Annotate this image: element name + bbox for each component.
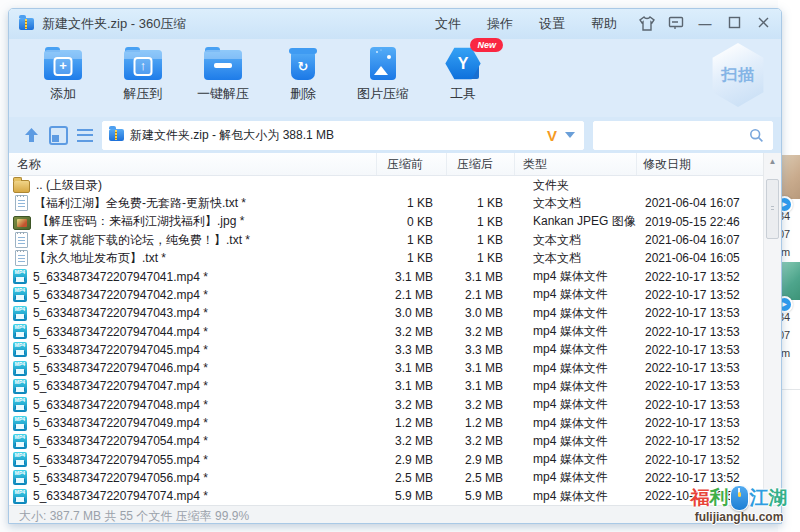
file-type: mp4 媒体文件 [515,469,637,486]
feedback-icon[interactable] [668,16,684,32]
column-header-name[interactable]: 名称 [9,153,377,175]
vertical-scrollbar[interactable]: ▲ ▼ [763,153,781,505]
mp4-file-icon: MP4 [13,416,27,431]
file-name: 【解压密码：来福利江湖找福利】.jpg * [37,213,244,230]
column-header-size-after[interactable]: 压缩后 [447,153,515,175]
size-before: 3.2 MB [377,398,447,412]
table-row[interactable]: MP45_6334873472207947045.mp4 *3.3 MB3.3 … [9,341,764,359]
file-date: 2022-10-17 13:52 [637,270,764,284]
view-mode-icon[interactable] [49,126,68,145]
file-name: 5_6334873472207947041.mp4 * [33,270,208,284]
chevron-down-icon[interactable] [565,132,575,138]
size-after: 3.3 MB [447,343,515,357]
archive-path-input[interactable]: 新建文件夹.zip - 解包大小为 388.1 MB V [102,121,584,150]
skin-theme-icon[interactable] [639,16,655,32]
archive-path-text: 新建文件夹.zip - 解包大小为 388.1 MB [130,127,547,144]
file-name: .. (上级目录) [36,177,102,194]
toolbar-button-folder-oneclick[interactable]: 一键解压 [193,43,253,103]
txt-file-icon [15,232,28,248]
table-row[interactable]: 【解压密码：来福利江湖找福利】.jpg *0 KB1 KBKankan JPEG… [9,213,764,231]
table-row[interactable]: MP45_6334873472207947043.mp4 *3.0 MB3.0 … [9,304,764,322]
search-input[interactable] [593,121,773,150]
toolbar-button-folder-extract[interactable]: ↑解压到 [113,43,173,103]
table-row[interactable]: .. (上级目录)文件夹 [9,176,764,194]
menu-item-1[interactable]: 操作 [487,15,513,33]
screenshot-canvas: ▶ 34 07 .m ▶ 34 07 .m 新建文件夹.zip - 360压缩 … [0,0,800,532]
scan-button[interactable]: 扫描 [707,43,769,107]
size-after: 3.0 MB [447,306,515,320]
toolbar-button-tools-cube[interactable]: Y工具New [433,43,493,103]
toolbar-button-folder-add[interactable]: +添加 [33,43,93,103]
file-date: 2022-10-17 13:52 [637,453,764,467]
column-header-size-before[interactable]: 压缩前 [377,153,447,175]
file-type: mp4 媒体文件 [515,433,637,450]
size-after: 1 KB [447,196,515,210]
size-before: 0 KB [377,215,447,229]
column-header-date[interactable]: 修改日期 [637,153,764,175]
table-row[interactable]: 【来了就能下载的论坛，纯免费！】.txt *1 KB1 KB文本文档2021-0… [9,231,764,249]
size-after: 3.2 MB [447,398,515,412]
size-before: 5.9 MB [377,489,447,503]
mp4-file-icon: MP4 [13,452,27,467]
mp4-file-icon: MP4 [13,434,27,449]
toolbar: +添加↑解压到一键解压↻删除图片压缩Y工具New 扫描 [9,39,781,117]
table-row[interactable]: MP45_6334873472207947074.mp4 *5.9 MB5.9 … [9,487,764,505]
watermark-url: fulijianghu.com [680,511,798,524]
toolbar-label: 图片压缩 [353,85,413,103]
file-date: 2022-10-17 13:52 [637,434,764,448]
file-name: 5_6334873472207947045.mp4 * [33,343,208,357]
scan-label: 扫描 [721,65,755,86]
table-row[interactable]: 【福利江湖】全免费-无套路-更新快.txt *1 KB1 KB文本文档2021-… [9,194,764,212]
toolbar-label: 添加 [33,85,93,103]
file-rows: .. (上级目录)文件夹【福利江湖】全免费-无套路-更新快.txt *1 KB1… [9,176,781,505]
toolbar-label: 一键解压 [193,85,253,103]
navigate-up-icon[interactable] [23,127,40,144]
mp4-file-icon: MP4 [13,342,27,357]
toolbar-button-trash-recycle[interactable]: ↻删除 [273,43,333,103]
toolbar-button-image-compress[interactable]: 图片压缩 [353,43,413,103]
size-before: 3.3 MB [377,343,447,357]
scroll-up-icon[interactable]: ▲ [764,154,781,169]
table-row[interactable]: MP45_6334873472207947049.mp4 *1.2 MB1.2 … [9,414,764,432]
size-after: 2.5 MB [447,471,515,485]
size-before: 3.1 MB [377,361,447,375]
v-dropdown-logo[interactable]: V [547,127,557,144]
site-watermark: 福利 江湖 fulijianghu.com [680,485,798,524]
mp4-file-icon: MP4 [13,306,27,321]
table-row[interactable]: 【永久地址发布页】.txt *1 KB1 KB文本文档2021-06-04 16… [9,249,764,267]
table-row[interactable]: MP45_6334873472207947044.mp4 *3.2 MB3.2 … [9,322,764,340]
table-row[interactable]: MP45_6334873472207947054.mp4 *3.2 MB3.2 … [9,432,764,450]
scrollbar-thumb[interactable] [766,179,779,239]
txt-file-icon [15,250,28,266]
menu-item-2[interactable]: 设置 [539,15,565,33]
search-icon [749,128,764,143]
mp4-file-icon: MP4 [13,361,27,376]
size-after: 3.1 MB [447,379,515,393]
size-before: 2.5 MB [377,471,447,485]
table-row[interactable]: MP45_6334873472207947056.mp4 *2.5 MB2.5 … [9,469,764,487]
size-after: 2.9 MB [447,453,515,467]
size-before: 2.9 MB [377,453,447,467]
file-name: 5_6334873472207947048.mp4 * [33,398,208,412]
table-row[interactable]: MP45_6334873472207947047.mp4 *3.1 MB3.1 … [9,377,764,395]
file-name: 5_6334873472207947054.mp4 * [33,434,208,448]
watermark-char: 江 [750,488,769,508]
menu-item-3[interactable]: 帮助 [591,15,617,33]
size-before: 3.1 MB [377,270,447,284]
list-view-icon[interactable] [77,129,93,142]
minimize-icon[interactable]: — [697,16,713,32]
table-row[interactable]: MP45_6334873472207947055.mp4 *2.9 MB2.9 … [9,450,764,468]
table-row[interactable]: MP45_6334873472207947041.mp4 *3.1 MB3.1 … [9,267,764,285]
file-date: 2019-05-15 22:46 [637,215,764,229]
column-header-type[interactable]: 类型 [515,153,637,175]
menu-item-0[interactable]: 文件 [435,15,461,33]
file-type: mp4 媒体文件 [515,268,637,285]
table-row[interactable]: MP45_6334873472207947048.mp4 *3.2 MB3.2 … [9,396,764,414]
file-date: 2022-10-17 13:53 [637,343,764,357]
table-row[interactable]: MP45_6334873472207947042.mp4 *2.1 MB2.1 … [9,286,764,304]
watermark-char: 湖 [769,488,788,508]
window-title: 新建文件夹.zip - 360压缩 [42,15,186,33]
table-row[interactable]: MP45_6334873472207947046.mp4 *3.1 MB3.1 … [9,359,764,377]
close-icon[interactable] [755,16,771,32]
maximize-icon[interactable] [726,16,742,32]
